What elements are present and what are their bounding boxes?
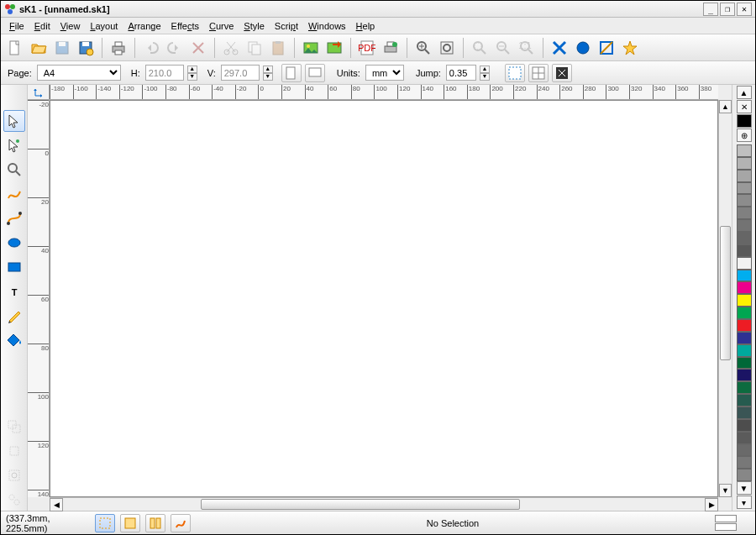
export-pdf-button[interactable]: PDF: [356, 37, 378, 59]
vertical-ruler[interactable]: -20020406080100120140: [28, 100, 50, 497]
zoom-selection-button[interactable]: [469, 37, 491, 59]
zoom-100-button[interactable]: 1:1: [516, 37, 538, 59]
menu-effects[interactable]: Effects: [166, 19, 204, 33]
portrait-button[interactable]: [281, 64, 302, 82]
menu-file[interactable]: File: [4, 19, 29, 33]
no-fill-button[interactable]: [549, 37, 570, 59]
color-swatch[interactable]: [737, 182, 752, 195]
menu-windows[interactable]: Windows: [303, 19, 351, 33]
width-input[interactable]: [145, 65, 184, 81]
page-size-select[interactable]: A4: [37, 65, 121, 81]
color-swatch[interactable]: [737, 381, 752, 394]
saveas-doc-button[interactable]: [75, 37, 97, 59]
paste-button[interactable]: [267, 37, 289, 59]
color-swatch[interactable]: [737, 170, 752, 182]
export-image-button[interactable]: [323, 37, 345, 59]
height-spinner[interactable]: ▲▼: [263, 66, 273, 81]
fill-color-well[interactable]: [715, 515, 737, 522]
color-swatch[interactable]: [737, 219, 752, 232]
palette-registration-button[interactable]: ⊕: [737, 129, 752, 142]
ellipse-tool[interactable]: [3, 232, 25, 254]
print-button[interactable]: [108, 37, 129, 59]
snap-object-button[interactable]: [552, 64, 572, 82]
menu-edit[interactable]: Edit: [29, 19, 55, 33]
zoom-tool[interactable]: [3, 159, 25, 181]
ruler-origin-button[interactable]: [28, 85, 50, 100]
color-swatch[interactable]: [737, 456, 752, 469]
color-swatch[interactable]: [737, 232, 752, 244]
undo-button[interactable]: [140, 37, 162, 59]
color-swatch[interactable]: [737, 394, 752, 406]
color-swatch[interactable]: [737, 332, 752, 344]
palette-black-button[interactable]: ■: [737, 114, 752, 128]
palette-scroll-up-button[interactable]: ▲: [737, 86, 752, 99]
color-swatch[interactable]: [737, 419, 752, 432]
menu-style[interactable]: Style: [239, 19, 269, 33]
zoom-in-button[interactable]: [412, 37, 434, 59]
stroke-color-well[interactable]: [715, 523, 737, 531]
color-swatch[interactable]: [737, 357, 752, 370]
print-ps-button[interactable]: [380, 37, 402, 59]
color-swatch[interactable]: [737, 406, 752, 419]
select-tool[interactable]: [3, 110, 25, 132]
scroll-left-button[interactable]: ◀: [50, 498, 63, 511]
horizontal-scrollbar[interactable]: ◀ ▶: [50, 497, 718, 511]
height-input[interactable]: [221, 65, 260, 81]
rectangle-tool[interactable]: [3, 256, 25, 278]
save-doc-button[interactable]: [51, 37, 73, 59]
jump-spinner[interactable]: ▲▼: [480, 66, 490, 81]
open-doc-button[interactable]: [28, 37, 50, 59]
color-swatch[interactable]: [737, 294, 752, 307]
palette-menu-button[interactable]: ▾: [737, 496, 752, 509]
menu-view[interactable]: View: [55, 19, 86, 33]
snap-grid-button[interactable]: [528, 64, 549, 82]
import-image-button[interactable]: [300, 37, 322, 59]
color-swatch[interactable]: [737, 270, 752, 282]
color-swatch[interactable]: [737, 469, 752, 481]
color-swatch[interactable]: [737, 144, 752, 157]
color-swatch[interactable]: [737, 319, 752, 332]
menu-layout[interactable]: Layout: [85, 19, 123, 33]
units-select[interactable]: mm: [365, 65, 404, 81]
outline-tool[interactable]: [3, 305, 25, 327]
snap-grid-status-button[interactable]: [145, 514, 165, 532]
color-swatch[interactable]: [737, 157, 752, 170]
horizontal-ruler[interactable]: -180-160-140-120-100-80-60-40-2002040608…: [50, 85, 718, 100]
favorite-button[interactable]: [619, 37, 641, 59]
color-swatch[interactable]: [737, 444, 752, 457]
snap-object-status-button[interactable]: [171, 514, 191, 532]
color-swatch[interactable]: [737, 257, 752, 270]
zoom-out-button[interactable]: [492, 37, 514, 59]
color-swatch[interactable]: [737, 281, 752, 294]
scroll-right-button[interactable]: ▶: [705, 498, 718, 511]
text-tool[interactable]: T: [3, 281, 25, 302]
close-button[interactable]: ✕: [737, 3, 752, 16]
outline-dialog-button[interactable]: [596, 37, 617, 59]
color-swatch[interactable]: [737, 194, 752, 207]
minimize-button[interactable]: _: [703, 3, 718, 16]
shaper-tool[interactable]: [3, 134, 25, 156]
guides-button[interactable]: [505, 64, 525, 82]
menu-curve[interactable]: Curve: [204, 19, 239, 33]
menu-arrange[interactable]: Arrange: [123, 19, 165, 33]
jump-input[interactable]: [446, 65, 476, 81]
color-swatch[interactable]: [737, 432, 752, 444]
fill-tool[interactable]: [3, 329, 25, 351]
color-swatch[interactable]: [737, 369, 752, 381]
vertical-scrollbar[interactable]: ▲ ▼: [718, 100, 732, 497]
color-swatch[interactable]: [737, 244, 752, 257]
palette-nocolor-button[interactable]: ✕: [737, 100, 752, 113]
drawing-canvas[interactable]: [50, 100, 718, 497]
bezier-tool[interactable]: [3, 207, 25, 229]
redo-button[interactable]: [164, 37, 186, 59]
color-swatch[interactable]: [737, 207, 752, 219]
fill-dialog-button[interactable]: [572, 37, 594, 59]
menu-script[interactable]: Script: [270, 19, 303, 33]
palette-scroll-down-button[interactable]: ▼: [737, 481, 752, 495]
menu-help[interactable]: Help: [351, 19, 381, 33]
delete-button[interactable]: [187, 37, 209, 59]
hscroll-thumb[interactable]: [201, 499, 520, 510]
scroll-up-button[interactable]: ▲: [719, 100, 732, 113]
zoom-fit-button[interactable]: [436, 37, 458, 59]
new-doc-button[interactable]: [4, 37, 26, 59]
